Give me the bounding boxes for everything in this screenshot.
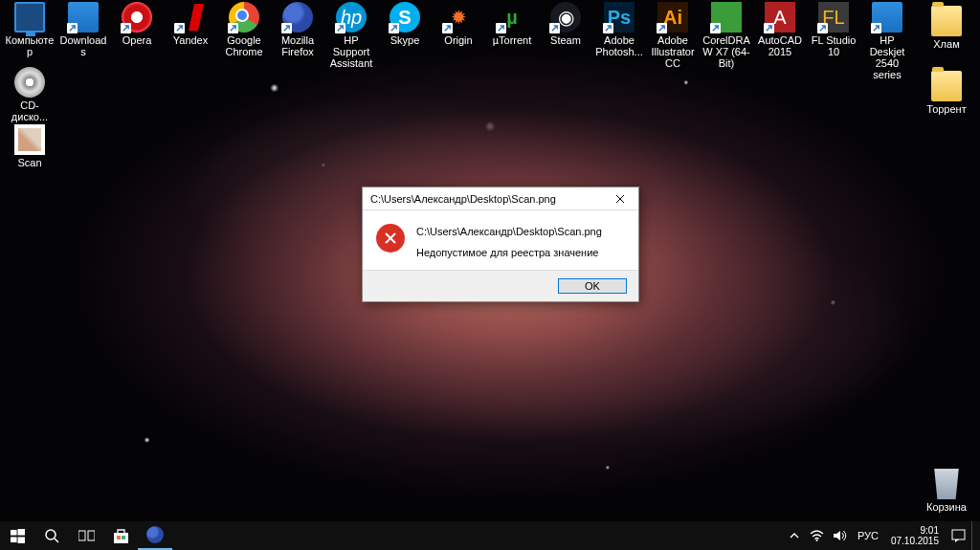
tray-language[interactable]: РУС (853, 521, 883, 550)
shortcut-arrow-icon (335, 23, 345, 33)
folder-icon (931, 6, 962, 36)
recycle-bin-icon (931, 469, 962, 499)
shortcut-arrow-icon (657, 23, 667, 33)
ok-button[interactable]: OK (558, 278, 627, 294)
svg-rect-10 (122, 536, 125, 539)
tray-notifications[interactable] (947, 521, 969, 550)
taskbar-firefox[interactable] (138, 521, 172, 550)
store-icon (113, 528, 129, 544)
shortcut-arrow-icon (764, 23, 774, 33)
desktop-icon-opera[interactable]: Opera (111, 2, 163, 46)
svg-point-11 (816, 539, 818, 541)
close-icon (615, 194, 625, 204)
clock-time: 9:01 (891, 525, 939, 536)
dialog-message: C:\Users\Александр\Desktop\Scan.png Недо… (416, 224, 602, 260)
shortcut-arrow-icon (817, 23, 828, 33)
folder-icon (931, 71, 962, 101)
desktop-icon-steam[interactable]: ◉ Steam (540, 2, 591, 46)
svg-rect-2 (11, 537, 17, 542)
taskbar-store[interactable] (103, 521, 138, 550)
desktop-icon-illustrator[interactable]: Ai Adobe Illustrator CC (647, 2, 699, 69)
svg-rect-9 (117, 536, 121, 539)
start-button[interactable] (0, 521, 34, 550)
desktop-icon-scan[interactable]: Scan (4, 124, 56, 168)
close-button[interactable] (602, 187, 638, 210)
shortcut-arrow-icon (496, 23, 506, 33)
desktop-icon-origin[interactable]: ✹ Origin (433, 2, 484, 46)
chevron-up-icon (790, 532, 799, 539)
notifications-icon (951, 529, 966, 543)
desktop-icon-skype[interactable]: S Skype (379, 2, 431, 46)
desktop-icon-yandex[interactable]: Yandex (165, 2, 216, 46)
tray-clock[interactable]: 9:01 07.10.2015 (885, 525, 945, 546)
svg-line-5 (55, 539, 58, 542)
desktop-icon-chrome[interactable]: Google Chrome (218, 2, 270, 57)
disc-icon (14, 67, 45, 98)
firefox-icon (146, 526, 164, 543)
desktop-icon-hp-support[interactable]: hp HP Support Assistant (325, 2, 377, 69)
desktop-icon-coreldraw[interactable]: CorelDRAW X7 (64-Bit) (701, 2, 752, 69)
svg-rect-6 (78, 531, 85, 540)
svg-point-4 (46, 530, 56, 539)
desktop-icon-downloads[interactable]: Downloads (57, 2, 109, 57)
svg-rect-1 (17, 529, 25, 536)
desktop-icon-recycle-bin[interactable]: Корзина (921, 469, 972, 513)
desktop-icon-trash-folder[interactable]: Хлам (921, 2, 972, 50)
error-icon (376, 224, 405, 253)
desktop-icon-hp-deskjet[interactable]: HP Deskjet 2540 series (861, 2, 913, 80)
shortcut-arrow-icon (710, 23, 721, 33)
clock-date: 07.10.2015 (891, 536, 939, 546)
monitor-icon (14, 2, 45, 33)
task-view-button[interactable] (69, 521, 103, 550)
wifi-icon (810, 530, 824, 541)
tray-overflow[interactable] (784, 521, 805, 550)
shortcut-arrow-icon (549, 23, 560, 33)
desktop-icon-photoshop[interactable]: Ps Adobe Photosh... (593, 2, 645, 57)
shortcut-arrow-icon (174, 23, 185, 33)
search-button[interactable] (34, 521, 69, 550)
shortcut-arrow-icon (389, 23, 399, 33)
search-icon (44, 528, 59, 543)
shortcut-arrow-icon (281, 23, 292, 33)
shortcut-arrow-icon (603, 23, 613, 33)
svg-rect-8 (114, 533, 128, 543)
image-file-icon (14, 124, 45, 155)
shortcut-arrow-icon (871, 23, 881, 33)
show-desktop-button[interactable] (971, 521, 976, 550)
desktop-icon-cd-drive[interactable]: CD-диско... (4, 67, 56, 122)
error-dialog: C:\Users\Александр\Desktop\Scan.png C:\U… (362, 187, 639, 302)
dialog-title: C:\Users\Александр\Desktop\Scan.png (370, 193, 602, 205)
desktop-icon-computer[interactable]: Компьютер (4, 2, 56, 57)
shortcut-arrow-icon (228, 23, 238, 33)
desktop-icon-torrent-folder[interactable]: Торрент (921, 67, 972, 115)
svg-rect-7 (88, 531, 95, 540)
desktop-icon-autocad[interactable]: A AutoCAD 2015 (754, 2, 806, 57)
volume-icon (833, 529, 847, 542)
windows-icon (11, 529, 25, 543)
desktop-icon-flstudio[interactable]: FL FL Studio 10 (808, 2, 859, 57)
task-view-icon (78, 529, 95, 542)
desktop-icon-utorrent[interactable]: µ µTorrent (486, 2, 538, 46)
shortcut-arrow-icon (67, 23, 78, 33)
taskbar: РУС 9:01 07.10.2015 (0, 521, 980, 550)
tray-volume[interactable] (830, 521, 851, 550)
dialog-message-line2: Недопустимое для реестра значение (416, 245, 602, 260)
shortcut-arrow-icon (121, 23, 131, 33)
desktop-icon-firefox[interactable]: Mozilla Firefox (272, 2, 323, 57)
svg-rect-3 (17, 537, 25, 543)
dialog-titlebar[interactable]: C:\Users\Александр\Desktop\Scan.png (363, 187, 638, 210)
tray-network[interactable] (807, 521, 828, 550)
svg-rect-0 (11, 529, 17, 535)
dialog-message-line1: C:\Users\Александр\Desktop\Scan.png (416, 224, 602, 239)
shortcut-arrow-icon (442, 23, 453, 33)
svg-rect-12 (952, 530, 965, 539)
